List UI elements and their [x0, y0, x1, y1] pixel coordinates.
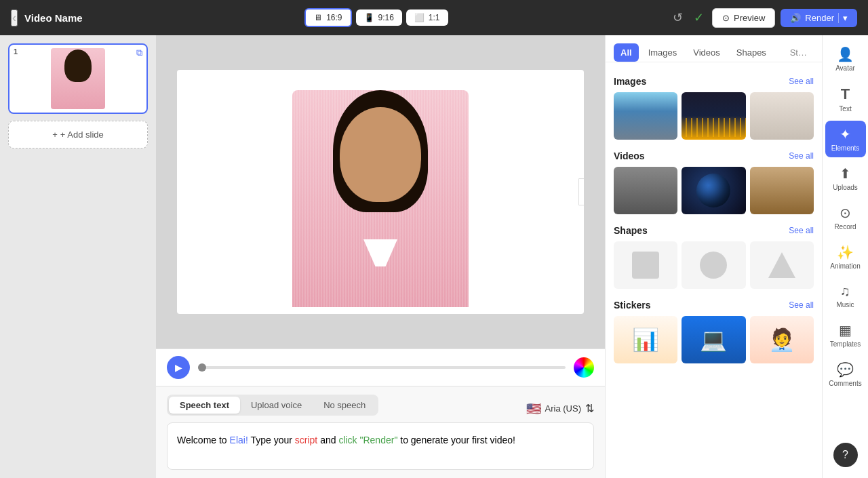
videos-section-header: Videos See all — [614, 151, 814, 161]
videos-grid — [614, 167, 814, 214]
upload-voice-tab[interactable]: Upload voice — [240, 397, 313, 414]
speech-text-tab[interactable]: Speech text — [169, 397, 240, 414]
sidebar-item-elements[interactable]: ✦ Elements — [825, 121, 866, 157]
image-thumb-night-city[interactable] — [682, 92, 745, 140]
mobile-icon: 📱 — [364, 13, 374, 22]
slide-duplicate-icon[interactable]: ⧉ — [136, 47, 142, 58]
slide-thumb-1[interactable]: 1 ⧉ — [8, 43, 148, 114]
slide-number-1: 1 — [14, 47, 18, 56]
shape-thumb-circle[interactable] — [682, 241, 745, 289]
playbar: ▶ — [156, 348, 605, 386]
tab-shapes[interactable]: Shapes — [730, 43, 773, 62]
text-highlight-red: script — [295, 435, 317, 445]
speech-text-input[interactable]: Welcome to Elai! Type your script and cl… — [167, 422, 594, 470]
square-shape — [632, 252, 659, 279]
tab-images[interactable]: Images — [642, 43, 684, 62]
stickers-section-header: Stickers See all — [614, 300, 814, 311]
animation-icon: ✨ — [837, 244, 854, 260]
aspect-9-16-label: 9:16 — [378, 13, 394, 22]
shapes-section-header: Shapes See all — [614, 225, 814, 236]
elements-icon: ✦ — [840, 126, 851, 142]
video-thumb-meeting[interactable] — [750, 167, 814, 214]
slides-panel: 1 ⧉ + + Add slide — [0, 35, 156, 478]
elements-panel: All Images Videos Shapes St… Images See … — [605, 35, 822, 478]
undo-button[interactable]: ↺ — [670, 7, 686, 28]
video-canvas[interactable]: › — [177, 70, 584, 314]
voice-selector[interactable]: 🇺🇸 Aria (US) ⇅ — [526, 401, 594, 416]
image-thumb-city[interactable] — [614, 92, 677, 140]
triangle-shape — [768, 252, 795, 278]
images-grid — [614, 92, 814, 140]
shape-thumb-triangle[interactable] — [750, 241, 814, 289]
help-icon: ? — [842, 449, 848, 461]
color-wheel-button[interactable] — [574, 357, 594, 378]
render-button[interactable]: 🔊 Render ▾ — [781, 9, 857, 27]
sidebar-item-music[interactable]: ♫ Music — [825, 278, 866, 314]
video-thumb-earth[interactable] — [682, 167, 745, 214]
voice-name: Aria (US) — [545, 403, 581, 414]
render-label: Render — [805, 13, 834, 23]
shapes-grid — [614, 241, 814, 289]
main-layout: 1 ⧉ + + Add slide — [0, 35, 868, 478]
image-thumb-hallway[interactable] — [750, 92, 814, 140]
preview-button[interactable]: ⊙ Preview — [712, 8, 775, 28]
progress-indicator — [198, 363, 206, 372]
stickers-see-all[interactable]: See all — [789, 300, 814, 310]
tab-videos[interactable]: Videos — [686, 43, 727, 62]
sticker-thumb-chart[interactable]: 📊 — [614, 316, 677, 363]
topbar-actions: ↺ ✓ ⊙ Preview 🔊 Render ▾ — [670, 7, 857, 28]
aspect-1-1-label: 1:1 — [429, 13, 440, 22]
aspect-16-9-button[interactable]: 🖥 16:9 — [304, 8, 351, 27]
add-slide-button[interactable]: + + Add slide — [8, 121, 148, 148]
music-icon: ♫ — [840, 283, 850, 299]
progress-bar[interactable] — [198, 366, 566, 369]
render-caret[interactable]: ▾ — [838, 13, 848, 23]
play-button[interactable]: ▶ — [167, 356, 190, 379]
sidebar-item-uploads[interactable]: ⬆ Uploads — [825, 160, 866, 197]
sticker-thumb-laptop[interactable]: 💻 — [682, 316, 745, 363]
help-button[interactable]: ? — [833, 443, 858, 467]
plus-icon: + — [52, 130, 58, 140]
canvas-area: › ▶ Speech text Upload voice No speech — [156, 35, 605, 478]
aspect-9-16-button[interactable]: 📱 9:16 — [356, 9, 402, 26]
comments-label: Comments — [829, 380, 861, 387]
speech-tabs: Speech text Upload voice No speech — [167, 395, 378, 416]
aspect-controls: 🖥 16:9 📱 9:16 ⬜ 1:1 — [304, 8, 448, 27]
speech-header: Speech text Upload voice No speech 🇺🇸 Ar… — [167, 395, 594, 422]
elements-body: Images See all Videos See all — [606, 62, 822, 478]
shapes-see-all[interactable]: See all — [789, 226, 814, 235]
tab-more[interactable]: St… — [783, 43, 814, 62]
shape-thumb-square[interactable] — [614, 241, 677, 289]
avatar-label: Avatar — [835, 64, 855, 72]
uploads-label: Uploads — [833, 184, 858, 191]
sidebar-item-record[interactable]: ⊙ Record — [825, 199, 866, 236]
video-title: Video Name — [24, 12, 83, 24]
check-button[interactable]: ✓ — [691, 7, 707, 28]
voice-caret-icon: ⇅ — [585, 402, 594, 415]
text-icon: T — [841, 85, 850, 103]
uploads-icon: ⬆ — [840, 165, 851, 182]
comments-icon: 💬 — [837, 361, 854, 378]
images-see-all[interactable]: See all — [789, 77, 814, 86]
no-speech-tab[interactable]: No speech — [313, 397, 376, 414]
toggle-panel-button[interactable]: › — [578, 178, 584, 205]
video-thumb-office[interactable] — [614, 167, 677, 214]
flag-icon: 🇺🇸 — [526, 401, 541, 416]
back-button[interactable]: ‹ — [11, 9, 18, 26]
topbar: ‹ Video Name 🖥 16:9 📱 9:16 ⬜ 1:1 ↺ ✓ ⊙ P… — [0, 0, 868, 35]
speech-panel: Speech text Upload voice No speech 🇺🇸 Ar… — [156, 386, 605, 478]
voice-selector-area: 🇺🇸 Aria (US) ⇅ — [526, 401, 594, 416]
tab-all[interactable]: All — [614, 43, 639, 62]
videos-see-all[interactable]: See all — [789, 151, 814, 161]
avatar-body — [292, 90, 469, 307]
sidebar-item-animation[interactable]: ✨ Animation — [825, 239, 866, 275]
aspect-1-1-button[interactable]: ⬜ 1:1 — [406, 9, 448, 26]
sidebar-item-templates[interactable]: ▦ Templates — [825, 317, 866, 353]
sidebar-item-text[interactable]: T Text — [825, 80, 866, 118]
sticker-thumb-person[interactable]: 🧑‍💼 — [750, 316, 814, 363]
text-highlight-green: click "Render" — [338, 435, 397, 445]
animation-label: Animation — [830, 262, 860, 270]
aspect-16-9-label: 16:9 — [326, 13, 342, 22]
sidebar-item-comments[interactable]: 💬 Comments — [825, 356, 866, 393]
sidebar-item-avatar[interactable]: 👤 Avatar — [825, 41, 866, 77]
